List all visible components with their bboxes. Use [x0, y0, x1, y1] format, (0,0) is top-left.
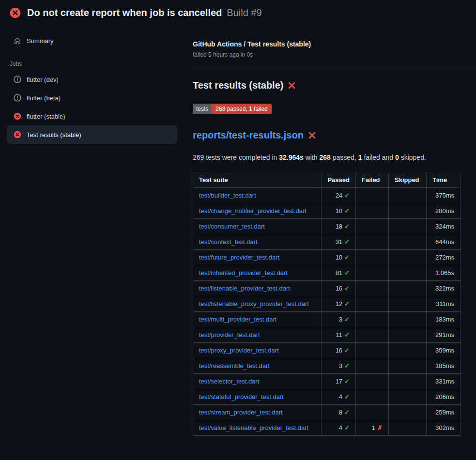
test-suite-link[interactable]: test/stream_provider_test.dart [199, 409, 283, 416]
time-cell: 183ms [427, 312, 461, 327]
test-suite-link[interactable]: test/selector_test.dart [199, 378, 259, 385]
failed-status-icon [14, 112, 21, 120]
passed-count: 3 [339, 316, 342, 323]
passed-count: 4 [339, 393, 342, 400]
build-header: Do not create report when job is cancell… [0, 0, 476, 25]
table-row: test/proxy_provider_test.dart 16✓ ✗ 359 [193, 343, 461, 358]
skipped-cell [389, 374, 427, 389]
sidebar-item-flutter-dev[interactable]: flutter (dev) [7, 70, 177, 89]
passed-cell: 3✓ [322, 312, 356, 327]
skipped-cell [389, 420, 427, 436]
test-suite-cell: test/reassemble_test.dart [193, 358, 322, 374]
table-row: test/change_notifier_provider_test.dart … [193, 203, 461, 219]
passed-count: 4 [339, 424, 342, 431]
skipped-cell [389, 358, 427, 374]
test-suite-link[interactable]: test/value_listenable_provider_test.dart [199, 424, 308, 431]
test-suite-cell: test/value_listenable_provider_test.dart [193, 420, 322, 436]
failed-cell: ✗ [356, 188, 389, 203]
test-suite-cell: test/proxy_provider_test.dart [193, 343, 322, 358]
section-title: Test results (stable) [193, 80, 461, 91]
time-value: 302ms [435, 424, 454, 431]
report-title: reports/test-results.json [193, 130, 461, 141]
passed-cell: 4✓ [322, 389, 356, 405]
test-suite-link[interactable]: test/context_test.dart [199, 238, 258, 245]
table-row: test/listenable_proxy_provider_test.dart… [193, 296, 461, 312]
skipped-cell [389, 203, 427, 219]
test-suite-link[interactable]: test/change_notifier_provider_test.dart [199, 207, 307, 215]
passed-count: 18 [336, 223, 342, 230]
summary-passed-count: 268 [320, 153, 331, 161]
test-suite-link[interactable]: test/provider_test.dart [199, 331, 260, 338]
time-cell: 291ms [427, 327, 461, 343]
passed-count: 10 [336, 207, 342, 215]
sidebar-item-label: flutter (beta) [27, 94, 61, 102]
passed-cell: 31✓ [322, 234, 356, 250]
time-cell: 206ms [427, 389, 461, 405]
test-suite-cell: test/listenable_provider_test.dart [193, 281, 322, 296]
skipped-cell [389, 405, 427, 420]
passed-cell: 16✓ [322, 281, 356, 296]
passed-count: 12 [336, 300, 342, 307]
skipped-cell [389, 265, 427, 281]
test-suite-link[interactable]: test/stateful_provider_test.dart [199, 393, 284, 400]
fail-cross-icon [288, 81, 296, 90]
failed-cell: ✗ [356, 203, 389, 219]
failed-cell: ✗ [356, 250, 389, 265]
check-icon: ✓ [344, 316, 350, 323]
time-cell: 272ms [427, 250, 461, 265]
passed-cell: 17✓ [322, 374, 356, 389]
time-value: 183ms [435, 316, 454, 323]
table-row: test/multi_provider_test.dart 3✓ ✗ 183m [193, 312, 461, 327]
time-cell: 322ms [427, 281, 461, 296]
sidebar-item-label: Test results (stable) [27, 131, 81, 138]
test-suite-link[interactable]: test/inherited_provider_test.dart [199, 269, 288, 276]
passed-cell: 11✓ [322, 327, 356, 343]
passed-cell: 10✓ [322, 250, 356, 265]
passed-count: 81 [336, 269, 342, 276]
check-icon: ✓ [344, 207, 350, 215]
test-suite-link[interactable]: test/consumer_test.dart [199, 223, 265, 230]
summary-suffix: skipped. [399, 153, 426, 161]
check-icon: ✓ [344, 269, 350, 276]
summary-failed-count: 1 [358, 153, 362, 161]
test-suite-link[interactable]: test/builder_test.dart [199, 192, 256, 199]
failed-cell: ✗ [356, 327, 389, 343]
test-suite-cell: test/context_test.dart [193, 234, 322, 250]
passed-count: 17 [336, 378, 342, 385]
failed-cell: ✗ [356, 312, 389, 327]
test-suite-link[interactable]: test/multi_provider_test.dart [199, 316, 276, 323]
home-icon [14, 37, 21, 45]
test-suite-link[interactable]: test/listenable_provider_test.dart [199, 285, 290, 292]
divider [193, 68, 476, 68]
test-suite-link[interactable]: test/proxy_provider_test.dart [199, 347, 279, 354]
check-icon: ✓ [344, 238, 350, 245]
passed-cell: 18✓ [322, 219, 356, 234]
skipped-cell [389, 389, 427, 405]
skipped-cell [389, 327, 427, 343]
test-summary-line: 269 tests were completed in 32.964s with… [193, 153, 461, 161]
passed-cell: 10✓ [322, 203, 356, 219]
check-icon: ✓ [344, 331, 350, 338]
table-row: test/future_provider_test.dart 10✓ ✗ 27 [193, 250, 461, 265]
passed-cell: 3✓ [322, 358, 356, 374]
skipped-cell [389, 188, 427, 203]
passed-cell: 12✓ [322, 296, 356, 312]
sidebar-item-test-results-stable[interactable]: Test results (stable) [7, 125, 177, 144]
sidebar-item-flutter-beta[interactable]: flutter (beta) [7, 89, 177, 107]
test-suite-cell: test/stream_provider_test.dart [193, 405, 322, 420]
column-header-failed: Failed [356, 172, 389, 188]
report-file-link[interactable]: reports/test-results.json [193, 130, 304, 141]
test-suite-link[interactable]: test/listenable_proxy_provider_test.dart [199, 300, 309, 307]
time-value: 375ms [435, 192, 454, 199]
skipped-cell [389, 219, 427, 234]
test-suite-link[interactable]: test/future_provider_test.dart [199, 254, 279, 261]
sidebar-item-flutter-stable[interactable]: flutter (stable) [7, 107, 177, 125]
test-suite-link[interactable]: test/reassemble_test.dart [199, 362, 270, 369]
failed-cell: ✗ [356, 358, 389, 374]
failed-cell: ✗ [356, 296, 389, 312]
neutral-status-icon [14, 94, 21, 102]
breadcrumb: GitHub Actions / Test results (stable) [193, 40, 461, 48]
sidebar-item-summary[interactable]: Summary [7, 31, 177, 50]
failed-status-icon [14, 131, 21, 138]
check-icon: ✓ [344, 223, 350, 230]
